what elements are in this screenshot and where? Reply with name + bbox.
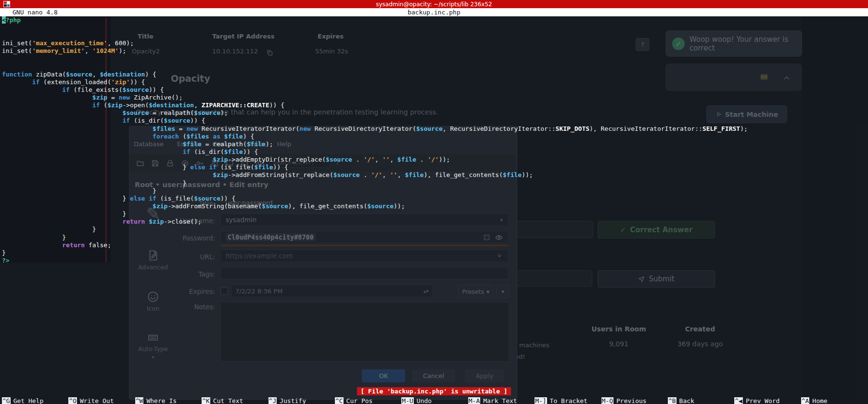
terminal-app-icon [3,1,10,7]
nano-statusbar: [ File 'backup.inc.php' is unwritable ] [0,387,868,395]
code-line: foreach ($files as $file) { [2,133,868,140]
code-line: ?> [2,257,868,265]
code-line: $zip = new ZipArchive(); [2,94,868,101]
code-line: } else if (is_file($file)) { [2,164,868,171]
code-line: } [2,187,868,195]
nano-filename: backup.inc.php [0,9,868,16]
nano-shortcut: M-QPrevious [601,397,668,404]
code-line: ini_set('memory_limit', '1024M'); [2,47,868,55]
nano-shortcut: M-AMark Text [468,397,535,404]
code-line: $source = realpath($source); [2,109,868,117]
code-editor[interactable]: <?phpini_set('max_execution_time', 600);… [2,16,868,265]
code-line: <?php [2,16,868,24]
code-line: if (file_exists($source)) { [2,86,868,94]
code-line [2,55,868,63]
code-line: } [2,179,868,187]
nano-header: GNU nano 4.8 backup.inc.php [0,8,868,16]
code-line: } else if (is_file($source)) { [2,195,868,202]
code-line: if (is_dir($file)) { [2,148,868,156]
code-line [2,24,868,32]
nano-shortcut: ^◀Prev Word [734,397,801,404]
terminal-title: sysadmin@opacity: ~/scripts/lib 236x52 [376,1,492,8]
terminal-window: sysadmin@opacity: ~/scripts/lib 236x52 G… [0,0,868,404]
nano-shortcut: ^WWhere Is [135,397,202,404]
code-line [2,63,868,70]
terminal-titlebar: sysadmin@opacity: ~/scripts/lib 236x52 [0,0,868,8]
code-line: if ($zip->open($destination, ZIPARCHIVE:… [2,101,868,109]
status-message: [ File 'backup.inc.php' is unwritable ] [357,387,511,395]
code-line: function zipData($source, $destination) … [2,71,868,78]
code-line: if (is_dir($source)) { [2,117,868,125]
nano-shortcut: ^GGet Help [2,397,68,404]
nano-shortcut: ^JJustify [268,397,335,404]
nano-shortcuts: ^GGet Help^OWrite Out^WWhere Is^KCut Tex… [2,397,868,404]
code-line: $zip->addFromString(str_replace($source … [2,171,868,179]
code-line: $files = new RecursiveIteratorIterator(n… [2,125,868,133]
nano-shortcut: ^KCut Text [202,397,268,404]
nano-shortcut: ^BBack [668,397,734,404]
code-line: } [2,234,868,241]
nano-shortcut: ^AHome [801,397,868,404]
code-line: } [2,210,868,218]
nano-shortcut: ^OWrite Out [68,397,135,404]
nano-shortcut: ^CCur Pos [335,397,401,404]
nano-shortcut: M-]To Bracket [535,397,601,404]
code-line: ini_set('max_execution_time', 600); [2,39,868,47]
screen: Title Target IP Address Expires Opacity2… [0,0,868,404]
code-line [2,32,868,39]
code-line: } [2,226,868,233]
code-line: return false; [2,241,868,249]
code-line: return $zip->close(); [2,218,868,226]
code-line: if (extension_loaded('zip')) { [2,78,868,86]
code-line: $file = realpath($file); [2,140,868,148]
code-line: $zip->addEmptyDir(str_replace($source . … [2,156,868,164]
code-line: } [2,249,868,257]
nano-shortcut: M-UUndo [401,397,468,404]
code-line: $zip->addFromString(basename($source), f… [2,202,868,210]
